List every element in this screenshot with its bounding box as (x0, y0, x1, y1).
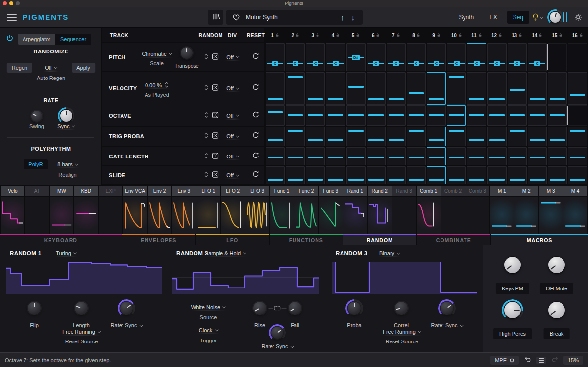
step-value-bar[interactable] (308, 157, 323, 158)
step-value-bar[interactable] (550, 157, 565, 158)
step-cell-octave-3[interactable] (306, 105, 325, 126)
step-cell-velocity-15[interactable] (548, 72, 567, 105)
step-value-bar[interactable] (348, 157, 364, 158)
undo-icon[interactable] (524, 356, 531, 365)
step-cell-slide-14[interactable] (528, 166, 547, 184)
random-2-rate-knob[interactable] (271, 327, 283, 339)
mod-slot-label[interactable]: Func 3 (319, 186, 343, 196)
mod-slot-rand-3[interactable]: Rand 3 (392, 186, 416, 234)
step-cell-pitch-14[interactable]: C (528, 43, 547, 71)
mod-slot-label[interactable]: LFO 2 (221, 186, 245, 196)
step-value-bar[interactable] (368, 179, 384, 181)
mod-slot-lfo-3[interactable]: LFO 3 (245, 186, 269, 234)
step-value-bar[interactable] (429, 98, 444, 100)
rate-mode-dropdown[interactable]: Sync (55, 122, 76, 130)
mod-slot-label[interactable]: KBD (74, 186, 98, 196)
mod-slot-label[interactable]: Env 2 (148, 186, 172, 196)
step-value-bar[interactable] (530, 179, 545, 181)
pitch-note[interactable]: C (529, 61, 545, 66)
step-value-bar[interactable] (348, 114, 364, 116)
group-tab-combinate[interactable]: COMBINATE (417, 234, 490, 245)
mod-slot-rand-1[interactable]: Rand 1 (343, 186, 367, 234)
mod-slot-label[interactable]: M 3 (539, 186, 563, 196)
mod-slot-comb-3[interactable]: Comb 3 (466, 186, 489, 234)
step-cell-pitch-11[interactable]: C (467, 43, 486, 71)
mod-slot-thumbnail[interactable] (319, 197, 343, 234)
random-1-waveform[interactable] (6, 259, 162, 295)
step-value-bar[interactable] (429, 157, 444, 158)
step-header-13[interactable]: 13 (508, 28, 527, 42)
step-header-9[interactable]: 9 (427, 28, 446, 42)
step-cell-pitch-12[interactable]: C (487, 43, 506, 71)
mod-slot-thumbnail[interactable] (221, 197, 245, 234)
pitch-note[interactable]: C (388, 61, 404, 66)
mod-slot-label[interactable]: M 1 (490, 186, 514, 196)
step-cell-gate_length-3[interactable] (306, 147, 325, 165)
auto-regen-mode-dropdown[interactable]: Off (43, 64, 59, 72)
step-value-bar[interactable] (368, 139, 384, 141)
reset-track-icon[interactable] (252, 152, 260, 161)
pitch-note[interactable]: C (509, 61, 525, 66)
step-value-bar[interactable] (489, 98, 504, 100)
dice-icon[interactable] (212, 111, 219, 120)
mod-slot-thumbnail[interactable] (148, 197, 172, 234)
correl-knob[interactable] (395, 302, 408, 315)
step-header-12[interactable]: 12 (487, 28, 506, 42)
group-tab-macros[interactable]: MACROS (491, 234, 588, 245)
regen-button[interactable]: Regen (7, 63, 32, 73)
step-value-bar[interactable] (288, 114, 303, 116)
step-cell-gate_length-6[interactable] (367, 147, 386, 165)
step-value-bar[interactable] (268, 139, 283, 141)
sound-design-tips[interactable] (532, 13, 543, 23)
step-cell-gate_length-10[interactable] (447, 147, 466, 165)
dice-icon[interactable] (212, 53, 219, 62)
mod-slot-label[interactable]: Func 2 (294, 186, 318, 196)
macro-label-4[interactable]: Break (544, 328, 570, 339)
rise-knob[interactable] (253, 302, 266, 315)
pitch-note[interactable]: C (287, 61, 303, 66)
step-cell-slide-8[interactable] (407, 166, 426, 184)
random-amount-stepper[interactable] (204, 152, 208, 161)
mod-slot-thumbnail[interactable] (368, 197, 392, 234)
preset-browser[interactable]: Motor Synth ↑ ↓ (226, 10, 363, 25)
mod-slot-exp[interactable]: EXP (99, 186, 122, 234)
length-knob[interactable] (75, 302, 88, 315)
step-cell-trig_proba-4[interactable] (326, 127, 345, 146)
step-cell-octave-2[interactable] (286, 105, 305, 126)
random-amount-stepper[interactable] (204, 171, 208, 180)
fall-knob[interactable] (289, 302, 301, 315)
mod-slot-thumbnail[interactable] (294, 197, 318, 234)
realign-button[interactable]: Realign (58, 172, 76, 178)
step-value-bar[interactable] (510, 157, 525, 158)
step-header-15[interactable]: 15 (548, 28, 567, 42)
step-cell-trig_proba-10[interactable] (447, 127, 466, 146)
step-value-bar[interactable] (308, 98, 323, 100)
macro-knob-3[interactable] (504, 302, 521, 318)
macro-label-1[interactable]: Keys PM (496, 283, 529, 294)
dice-icon[interactable] (212, 152, 219, 161)
step-value-bar[interactable] (489, 114, 504, 116)
macro-label-3[interactable]: High Percs (493, 328, 532, 339)
step-cell-slide-16[interactable] (568, 166, 587, 184)
div-dropdown[interactable]: Off (224, 53, 241, 61)
macro-knob-2[interactable] (548, 257, 565, 273)
mod-slot-thumbnail[interactable] (99, 197, 122, 234)
pitch-note[interactable]: C (489, 61, 505, 66)
dice-icon[interactable] (212, 171, 219, 180)
view-tab-fx[interactable]: FX (484, 11, 503, 24)
step-cell-velocity-6[interactable] (367, 72, 386, 105)
div-dropdown[interactable]: Off (224, 112, 241, 120)
step-header-7[interactable]: 7 (387, 28, 406, 42)
mod-slot-thumbnail[interactable] (74, 197, 98, 234)
step-value-bar[interactable] (288, 157, 303, 158)
step-value-bar[interactable] (570, 179, 585, 181)
mod-slot-label[interactable]: Rand 1 (343, 186, 367, 196)
mod-slot-thumbnail[interactable] (392, 197, 416, 234)
step-cell-octave-8[interactable] (407, 105, 426, 126)
view-tab-seq[interactable]: Seq (507, 11, 529, 24)
mod-slot-label[interactable]: Func 1 (270, 186, 294, 196)
mod-slot-comb-2[interactable]: Comb 2 (441, 186, 465, 234)
mod-slot-thumbnail[interactable] (50, 197, 74, 234)
group-tab-functions[interactable]: FUNCTIONS (270, 234, 343, 245)
apply-button[interactable]: Apply (72, 63, 95, 73)
